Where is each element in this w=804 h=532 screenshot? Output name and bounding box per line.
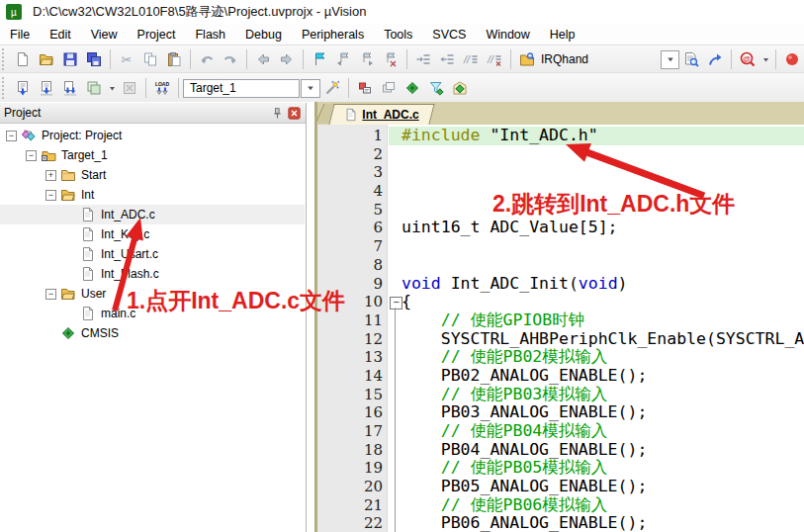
goto-def-icon	[707, 51, 723, 67]
collapse-icon[interactable]: −	[6, 131, 17, 141]
stop-build-button[interactable]	[118, 77, 141, 99]
bookmark-clear-button[interactable]	[379, 48, 402, 70]
navigate-forward-button[interactable]	[275, 48, 299, 70]
line-number: 19	[317, 459, 383, 478]
toolbar-separator	[303, 49, 304, 69]
save-icon	[62, 51, 78, 67]
navigate-back-button[interactable]	[251, 48, 275, 70]
tree-item-cmsis[interactable]: CMSIS	[0, 323, 305, 343]
translate-button[interactable]	[11, 77, 35, 99]
expand-icon[interactable]: +	[45, 170, 56, 181]
toolbar-grip[interactable]	[2, 77, 9, 99]
bookmark-prev-button[interactable]	[331, 48, 355, 70]
debug-start-icon	[357, 80, 373, 96]
target-select[interactable]: Target_1	[183, 79, 300, 98]
redo-button[interactable]	[219, 48, 242, 70]
pin-icon[interactable]	[270, 106, 285, 121]
stop-build-icon	[122, 80, 137, 96]
flatten-windows-button[interactable]	[377, 77, 401, 99]
menu-project[interactable]: Project	[128, 26, 186, 44]
collapse-icon[interactable]: −	[26, 150, 37, 161]
menu-view[interactable]: View	[81, 26, 128, 44]
open-folder-icon	[39, 51, 54, 67]
tree-item-int-flash-c[interactable]: Int_Flash.c	[0, 264, 305, 284]
toolbar-separator	[178, 78, 179, 98]
code-line-6: uint16_t ADC_Value[5];	[389, 219, 804, 237]
open-button[interactable]	[35, 48, 58, 70]
paste-button[interactable]	[162, 48, 186, 70]
collapse-icon[interactable]: −	[45, 289, 56, 300]
indent-button[interactable]	[411, 48, 435, 70]
manage-rte-button[interactable]	[401, 77, 424, 99]
menu-window[interactable]: Window	[476, 26, 539, 44]
tree-item-label: Int	[81, 188, 94, 202]
copy-button[interactable]	[138, 48, 162, 70]
menu-debug[interactable]: Debug	[235, 26, 292, 44]
rebuild-icon	[62, 80, 78, 96]
save-all-button[interactable]	[82, 48, 106, 70]
cut-button[interactable]: ✂	[115, 48, 138, 70]
tree-item-label: User	[81, 287, 106, 301]
close-icon[interactable]	[287, 106, 302, 121]
annotation-open-int-adc: 1.点开Int_ADC.c文件	[127, 286, 345, 316]
batch-build-caret[interactable]	[106, 77, 118, 99]
download-button[interactable]: LOAD	[150, 77, 174, 99]
tree-item-project-root[interactable]: −Project: Project	[0, 126, 305, 145]
outdent-button[interactable]	[435, 48, 459, 70]
tree-item-int-usart-c[interactable]: Int_Usart.c	[0, 244, 305, 264]
tree-item-int-adc-c[interactable]: Int_ADC.c	[0, 205, 305, 224]
bookmark-next-button[interactable]	[355, 48, 379, 70]
tree-item-label: Int_Key.c	[101, 227, 149, 241]
undo-button[interactable]	[195, 48, 219, 70]
irq-handler-dropdown[interactable]	[661, 50, 679, 69]
tree-item-start[interactable]: +Start	[0, 165, 305, 185]
build-button[interactable]	[35, 77, 58, 99]
tree-item-int[interactable]: −Int	[0, 185, 305, 205]
folder-open-icon	[60, 286, 77, 302]
bookmark-toggle-button[interactable]	[308, 48, 331, 70]
toolbar-separator	[110, 49, 111, 69]
function-browse-button[interactable]	[515, 48, 539, 70]
menu-help[interactable]: Help	[540, 26, 585, 44]
find-options-caret[interactable]	[759, 48, 771, 70]
target-options-button[interactable]	[320, 77, 344, 99]
undo-icon	[199, 51, 215, 67]
code-line-1: #include "Int_ADC.h"	[389, 127, 804, 145]
folder-open-icon	[60, 187, 77, 203]
menu-flash[interactable]: Flash	[185, 26, 235, 44]
target-select-dropdown[interactable]	[301, 79, 320, 98]
menu-peripherals[interactable]: Peripherals	[292, 26, 374, 44]
menu-edit[interactable]: Edit	[40, 26, 81, 44]
goto-definition-button[interactable]	[703, 48, 727, 70]
record-button[interactable]	[780, 48, 804, 70]
collapse-icon[interactable]: −	[45, 190, 56, 201]
fold-marker[interactable]: −	[390, 297, 402, 310]
svg-text:LOAD: LOAD	[155, 81, 170, 87]
menu-file[interactable]: File	[0, 26, 40, 44]
menu-bar: FileEditViewProjectFlashDebugPeripherals…	[0, 24, 804, 44]
new-file-button[interactable]	[11, 48, 35, 70]
pack-icon	[452, 80, 468, 96]
menu-tools[interactable]: Tools	[374, 26, 422, 44]
config-funnel-icon	[428, 80, 444, 96]
debug-session-button[interactable]	[353, 77, 377, 99]
build-icon	[39, 80, 54, 96]
save-button[interactable]	[58, 48, 82, 70]
configure-flash-button[interactable]	[424, 77, 448, 99]
code-editor[interactable]: 12345678910111213141516171819202122 #inc…	[317, 125, 804, 532]
toolbar-grip[interactable]	[2, 48, 9, 70]
lookup-in-files-button[interactable]	[679, 48, 703, 70]
comment-button[interactable]: //	[459, 48, 483, 70]
menu-svcs[interactable]: SVCS	[422, 26, 476, 44]
save-all-icon	[86, 51, 102, 67]
rebuild-button[interactable]	[58, 77, 82, 99]
tree-item-target-1[interactable]: −Target_1	[0, 145, 305, 165]
find-in-files-button[interactable]: @	[736, 48, 759, 70]
uncomment-button[interactable]: //	[483, 48, 506, 70]
pack-installer-button[interactable]	[448, 77, 472, 99]
batch-build-button[interactable]	[82, 77, 106, 99]
uncomment-icon: //	[487, 51, 502, 67]
tree-item-int-key-c[interactable]: Int_Key.c	[0, 224, 305, 244]
tab-int-adc-c[interactable]: Int_ADC.c	[331, 104, 432, 125]
code-line-18: PB04_ANALOG_ENABLE();	[389, 441, 804, 460]
